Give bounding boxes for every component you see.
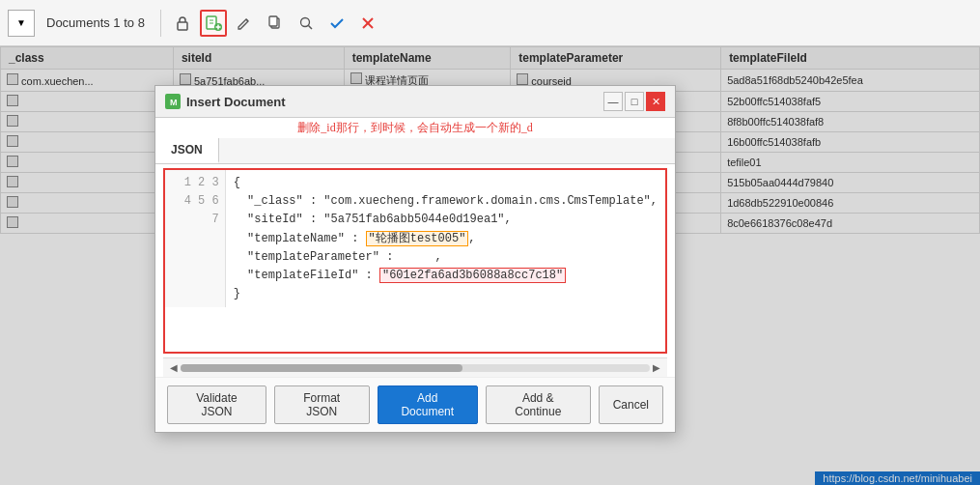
annotation-text: 删除_id那行，到时候，会自动生成一个新的_d [155, 118, 675, 138]
search-icon [297, 14, 315, 32]
modal-titlebar: M Insert Document — □ ✕ [155, 86, 675, 118]
code-content: { "_class" : "com.xuecheng.framework.dom… [226, 170, 665, 307]
main-area: _class siteId templateName templateParam… [0, 46, 980, 485]
toolbar-separator [160, 10, 161, 37]
maximize-button[interactable]: □ [625, 92, 644, 111]
toolbar: ▼ Documents 1 to 8 [0, 0, 980, 46]
apply-button[interactable] [323, 10, 350, 37]
modal-overlay: M Insert Document — □ ✕ 删除_id那行，到时候，会自动生… [0, 46, 980, 485]
line-numbers: 1 2 3 4 5 6 7 [165, 170, 226, 307]
lock-icon [174, 14, 191, 32]
cancel-toolbar-button[interactable] [354, 10, 381, 37]
modal-title-text: Insert Document [186, 95, 286, 109]
add-document-button[interactable] [200, 10, 227, 37]
check-icon [328, 14, 346, 32]
minimize-button[interactable]: — [603, 92, 623, 111]
add-document-icon [205, 14, 222, 32]
add-document-button[interactable]: Add Document [378, 385, 478, 424]
cancel-button[interactable]: Cancel [599, 385, 663, 424]
scroll-right-arrow[interactable]: ▶ [650, 361, 663, 375]
close-modal-button[interactable]: ✕ [646, 92, 665, 111]
add-continue-button[interactable]: Add & Continue [486, 385, 591, 424]
json-tab[interactable]: JSON [155, 138, 219, 163]
svg-point-9 [300, 17, 309, 26]
search-button[interactable] [293, 10, 320, 37]
scroll-track [181, 364, 650, 372]
validate-json-button[interactable]: Validate JSON [167, 385, 266, 424]
svg-rect-8 [269, 16, 277, 26]
modal-footer: Validate JSON Format JSON Add Document A… [155, 377, 675, 432]
x-icon [359, 14, 377, 32]
modal-title-icon: M [165, 94, 181, 109]
modal-controls: — □ ✕ [603, 92, 665, 111]
svg-text:M: M [170, 98, 178, 107]
scroll-thumb [181, 364, 462, 372]
format-json-button[interactable]: Format JSON [274, 385, 370, 424]
insert-document-modal: M Insert Document — □ ✕ 删除_id那行，到时候，会自动生… [154, 85, 676, 433]
edit-icon [236, 14, 253, 32]
svg-line-10 [308, 25, 312, 29]
leaf-icon: M [166, 95, 180, 108]
lock-button[interactable] [169, 10, 196, 37]
dropdown-arrow: ▼ [16, 17, 26, 28]
code-lines: 1 2 3 4 5 6 7 { "_class" : "com.xuecheng… [165, 170, 665, 307]
modal-title-left: M Insert Document [165, 94, 286, 109]
edit-button[interactable] [231, 10, 258, 37]
scrollbar-horizontal[interactable]: ◀ ▶ [163, 357, 667, 377]
svg-rect-0 [178, 22, 187, 30]
code-editor[interactable]: 1 2 3 4 5 6 7 { "_class" : "com.xuecheng… [163, 168, 667, 354]
scroll-left-arrow[interactable]: ◀ [167, 361, 181, 375]
copy-icon [266, 14, 284, 32]
toolbar-dropdown[interactable]: ▼ [8, 10, 35, 37]
toolbar-label: Documents 1 to 8 [46, 15, 145, 30]
copy-button[interactable] [262, 10, 289, 37]
json-tabs: JSON [155, 138, 675, 164]
